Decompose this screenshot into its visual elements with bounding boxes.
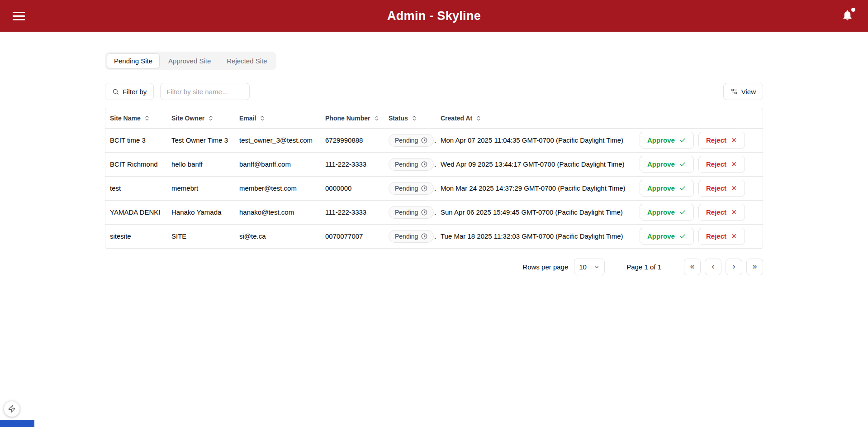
page-status: Page 1 of 1 <box>626 263 661 271</box>
column-header-email[interactable]: Email <box>235 108 321 128</box>
double-chevron-right-icon: » <box>752 262 757 270</box>
table-row: YAMADA DENKI Hanako Yamada hanako@test.c… <box>105 200 763 224</box>
x-icon <box>730 209 737 216</box>
menu-button[interactable] <box>10 9 28 23</box>
x-icon <box>730 233 737 240</box>
tab-rejected-site[interactable]: Rejected Site <box>219 53 274 68</box>
column-header-approve <box>635 108 694 128</box>
next-page-button[interactable]: › <box>726 259 742 275</box>
sort-icon <box>208 115 214 121</box>
pagination-bar: Rows per page 10 Page 1 of 1 « ‹ › » <box>105 259 763 275</box>
notifications-button[interactable] <box>840 7 855 24</box>
phone-cell: 111-222-3333 <box>321 152 384 176</box>
column-header-site-name[interactable]: Site Name <box>105 108 167 128</box>
double-chevron-left-icon: « <box>690 262 694 270</box>
chevron-down-icon <box>593 264 600 270</box>
status-badge: Pending <box>389 206 434 219</box>
pager-buttons: « ‹ › » <box>684 259 763 275</box>
email-cell: banff@banff.com <box>235 152 321 176</box>
phone-cell: 0000000 <box>321 176 384 200</box>
x-icon <box>730 137 737 144</box>
phone-cell: 111-222-3333 <box>321 200 384 224</box>
check-icon <box>679 185 686 192</box>
sort-icon <box>411 115 417 121</box>
sort-icon <box>259 115 266 121</box>
lightning-icon <box>8 405 16 413</box>
site-owner-cell: Test Owner Time 3 <box>167 128 235 152</box>
site-name-cell: test <box>105 176 167 200</box>
devtools-handle[interactable] <box>0 420 34 427</box>
site-owner-cell: memebrt <box>167 176 235 200</box>
status-badge: Pending <box>389 134 434 147</box>
clock-icon <box>421 209 427 216</box>
site-tabs: Pending Site Approved Site Rejected Site <box>105 52 276 70</box>
created-at-cell: Mon Apr 07 2025 11:04:35 GMT-0700 (Pacif… <box>436 128 635 152</box>
page-title: Admin - Skyline <box>387 9 481 23</box>
status-badge: Pending <box>389 230 434 243</box>
table-toolbar: Filter by View <box>105 83 763 100</box>
sort-icon <box>144 115 150 121</box>
reject-button[interactable]: Reject <box>698 228 745 245</box>
approve-button[interactable]: Approve <box>640 228 694 245</box>
table-header-row: Site Name Site Owner Email <box>105 108 763 128</box>
table-row: BCIT time 3 Test Owner Time 3 test_owner… <box>105 128 763 152</box>
approve-button[interactable]: Approve <box>640 156 694 173</box>
email-cell: member@test.com <box>235 176 321 200</box>
column-header-phone-number[interactable]: Phone Number <box>321 108 384 128</box>
sort-icon <box>374 115 379 121</box>
tab-approved-site[interactable]: Approved Site <box>161 53 218 68</box>
reject-button[interactable]: Reject <box>698 180 745 197</box>
site-owner-cell: hello banff <box>167 152 235 176</box>
approve-button[interactable]: Approve <box>640 180 694 197</box>
app-header: Admin - Skyline <box>0 0 868 32</box>
view-label: View <box>741 88 756 96</box>
notification-dot <box>851 8 855 12</box>
phone-cell: 0070077007 <box>321 224 384 248</box>
status-badge: Pending <box>389 182 434 195</box>
reject-button[interactable]: Reject <box>698 132 745 149</box>
site-name-cell: sitesite <box>105 224 167 248</box>
status-badge: Pending <box>389 158 434 171</box>
last-page-button[interactable]: » <box>746 259 763 275</box>
site-name-filter-input[interactable] <box>160 83 250 100</box>
column-header-site-owner[interactable]: Site Owner <box>167 108 235 128</box>
rows-per-page-select[interactable]: 10 <box>574 259 605 275</box>
view-columns-icon <box>730 88 738 95</box>
reject-button[interactable]: Reject <box>698 204 745 221</box>
table-row: BCIT Richmond hello banff banff@banff.co… <box>105 152 763 176</box>
chevron-right-icon: › <box>733 262 735 270</box>
created-at-cell: Wed Apr 09 2025 13:44:17 GMT-0700 (Pacif… <box>436 152 635 176</box>
created-at-cell: Mon Mar 24 2025 14:37:29 GMT-0700 (Pacif… <box>436 176 635 200</box>
site-name-cell: BCIT Richmond <box>105 152 167 176</box>
previous-page-button[interactable]: ‹ <box>705 259 721 275</box>
first-page-button[interactable]: « <box>684 259 701 275</box>
column-header-reject <box>694 108 763 128</box>
approve-button[interactable]: Approve <box>640 204 694 221</box>
site-owner-cell: Hanako Yamada <box>167 200 235 224</box>
site-name-cell: BCIT time 3 <box>105 128 167 152</box>
created-at-cell: Tue Mar 18 2025 11:32:03 GMT-0700 (Pacif… <box>436 224 635 248</box>
created-at-cell: Sun Apr 06 2025 15:49:45 GMT-0700 (Pacif… <box>436 200 635 224</box>
chevron-left-icon: ‹ <box>712 262 715 270</box>
check-icon <box>679 209 686 216</box>
x-icon <box>730 161 737 168</box>
filter-by-button[interactable]: Filter by <box>105 83 154 100</box>
reject-button[interactable]: Reject <box>698 156 745 173</box>
filter-by-label: Filter by <box>123 88 147 96</box>
main-content: Pending Site Approved Site Rejected Site… <box>105 32 763 275</box>
clock-icon <box>421 233 427 240</box>
view-button[interactable]: View <box>723 83 763 100</box>
hamburger-icon <box>13 12 25 13</box>
devtools-button[interactable] <box>4 401 20 417</box>
column-header-created-at[interactable]: Created At <box>436 108 635 128</box>
clock-icon <box>421 161 427 168</box>
site-owner-cell: SITE <box>167 224 235 248</box>
tab-pending-site[interactable]: Pending Site <box>107 53 160 68</box>
column-header-status[interactable]: Status <box>384 108 436 128</box>
email-cell: test_owner_3@test.com <box>235 128 321 152</box>
clock-icon <box>421 185 427 192</box>
approve-button[interactable]: Approve <box>640 132 694 149</box>
x-icon <box>730 185 737 192</box>
rows-per-page-label: Rows per page <box>522 263 568 271</box>
check-icon <box>679 161 686 168</box>
